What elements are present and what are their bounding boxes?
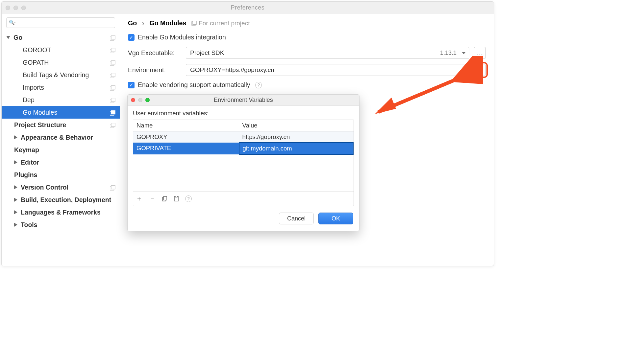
column-value-header[interactable]: Value <box>239 120 354 131</box>
project-scope-icon <box>110 185 116 190</box>
chevron-right-icon: › <box>142 19 144 27</box>
sidebar-item-label: Go <box>13 34 22 41</box>
sidebar-item-label: Go Modules <box>23 109 57 116</box>
sidebar-item-keymap[interactable]: Keymap <box>2 144 120 156</box>
breadcrumb-part: Go Modules <box>150 19 186 27</box>
sidebar-item-label: Appearance & Behavior <box>21 134 93 141</box>
add-icon[interactable]: ＋ <box>136 194 142 203</box>
svg-rect-19 <box>193 21 196 24</box>
table-toolbar: ＋ － ? <box>133 191 354 206</box>
sidebar-item-go-modules[interactable]: Go Modules <box>2 106 120 119</box>
sidebar-item-languages-frameworks[interactable]: Languages & Frameworks <box>2 206 120 218</box>
column-name-header[interactable]: Name <box>133 120 239 131</box>
sidebar-item-project-structure[interactable]: Project Structure <box>2 119 120 131</box>
project-scope-icon <box>110 110 116 115</box>
sidebar-item-build-execution-deployment[interactable]: Build, Execution, Deployment <box>2 194 120 206</box>
svg-rect-9 <box>111 86 115 89</box>
project-scope-icon <box>110 85 116 90</box>
enable-go-modules-row[interactable]: ✓ Enable Go Modules integration <box>128 34 486 41</box>
cell-name[interactable]: GOPRIVATE <box>133 143 239 154</box>
help-icon[interactable]: ? <box>255 82 262 88</box>
project-scope-icon <box>110 72 116 78</box>
copy-icon[interactable] <box>162 194 167 203</box>
sidebar-item-label: GOPATH <box>23 59 49 66</box>
sidebar-item-label: Imports <box>23 84 44 91</box>
sidebar-item-label: Build, Execution, Deployment <box>21 196 111 204</box>
checkbox-checked-icon[interactable]: ✓ <box>128 82 135 88</box>
edit-environment-button[interactable] <box>474 64 486 76</box>
cancel-button[interactable]: Cancel <box>279 213 314 224</box>
svg-rect-7 <box>111 73 115 77</box>
sidebar-item-editor[interactable]: Editor <box>2 156 120 169</box>
vgo-value: Project SDK <box>190 49 224 57</box>
sidebar-item-imports[interactable]: Imports <box>2 81 120 94</box>
chevron-right-icon[interactable] <box>14 135 17 139</box>
table-row[interactable]: GOPRIVATE git.mydomain.com <box>133 143 354 154</box>
enable-vendoring-row[interactable]: ✓ Enable vendoring support automatically… <box>128 81 486 89</box>
preferences-window: Preferences 🔍 ▾ GoGOROOTGOPATHBuild Tags… <box>1 1 494 266</box>
checkbox-checked-icon[interactable]: ✓ <box>128 34 135 41</box>
chevron-right-icon[interactable] <box>14 223 17 227</box>
sidebar-item-label: Tools <box>21 221 37 229</box>
project-scope-icon <box>110 60 116 65</box>
sidebar-item-dep[interactable]: Dep <box>2 94 120 106</box>
sidebar-item-label: Languages & Frameworks <box>21 209 101 216</box>
sidebar-item-label: GOROOT <box>23 46 51 54</box>
svg-rect-13 <box>111 111 115 114</box>
close-icon[interactable] <box>6 6 10 10</box>
browse-button[interactable]: … <box>474 47 486 59</box>
help-icon[interactable]: ? <box>185 194 192 203</box>
sidebar-item-go[interactable]: Go <box>2 31 120 44</box>
window-title: Preferences <box>2 4 494 11</box>
sidebar-item-version-control[interactable]: Version Control <box>2 181 120 194</box>
svg-rect-1 <box>111 36 115 39</box>
sidebar-item-build-tags-vendoring[interactable]: Build Tags & Vendoring <box>2 69 120 81</box>
search-input[interactable] <box>6 17 115 28</box>
sidebar-item-label: Project Structure <box>14 121 66 129</box>
sidebar-item-goroot[interactable]: GOROOT <box>2 44 120 56</box>
zoom-icon[interactable] <box>145 98 150 102</box>
table-empty-area <box>133 154 354 191</box>
minimize-icon[interactable] <box>13 6 18 10</box>
vgo-executable-select[interactable]: Project SDK 1.13.1 <box>186 47 469 59</box>
project-scope-icon <box>110 47 116 53</box>
vgo-version: 1.13.1 <box>440 50 465 57</box>
enable-vendoring-label: Enable vendoring support automatically <box>138 81 250 89</box>
svg-rect-17 <box>111 186 115 189</box>
chevron-right-icon[interactable] <box>14 198 17 202</box>
sidebar-item-label: Plugins <box>14 171 37 179</box>
table-header: Name Value <box>133 120 354 131</box>
sidebar-item-label: Keymap <box>14 146 39 154</box>
table-row[interactable]: GOPROXY https://goproxy.cn <box>133 131 354 143</box>
titlebar: Preferences <box>2 2 494 14</box>
chevron-down-icon: ▾ <box>14 21 16 24</box>
dialog-titlebar: Environment Variables <box>128 95 359 106</box>
breadcrumb-part[interactable]: Go <box>128 19 137 27</box>
chevron-right-icon[interactable] <box>14 185 17 189</box>
vgo-label: Vgo Executable: <box>128 49 181 57</box>
chevron-right-icon[interactable] <box>14 160 17 164</box>
minimize-icon[interactable] <box>138 98 142 102</box>
cell-name[interactable]: GOPROXY <box>133 131 239 143</box>
sidebar-item-label: Editor <box>21 159 39 166</box>
sidebar-item-gopath[interactable]: GOPATH <box>2 56 120 69</box>
chevron-down-icon[interactable] <box>6 36 10 39</box>
sidebar-item-appearance-behavior[interactable]: Appearance & Behavior <box>2 131 120 144</box>
cell-value[interactable]: git.mydomain.com <box>239 142 354 155</box>
sidebar-item-label: Dep <box>23 96 35 104</box>
svg-rect-11 <box>111 98 115 102</box>
cell-value[interactable]: https://goproxy.cn <box>239 131 354 143</box>
zoom-icon[interactable] <box>21 6 26 10</box>
sidebar: 🔍 ▾ GoGOROOTGOPATHBuild Tags & Vendoring… <box>2 14 120 266</box>
svg-rect-3 <box>111 48 115 52</box>
close-icon[interactable] <box>131 98 135 102</box>
remove-icon[interactable]: － <box>149 194 156 203</box>
paste-icon[interactable] <box>174 194 179 203</box>
environment-field[interactable]: GOPROXY=https://goproxy.cn <box>186 64 469 76</box>
user-env-label: User environment variables: <box>133 110 354 117</box>
sidebar-item-tools[interactable]: Tools <box>2 218 120 231</box>
sidebar-item-plugins[interactable]: Plugins <box>2 169 120 181</box>
chevron-right-icon[interactable] <box>14 210 17 214</box>
env-label: Environment: <box>128 66 181 74</box>
ok-button[interactable]: OK <box>318 213 353 224</box>
